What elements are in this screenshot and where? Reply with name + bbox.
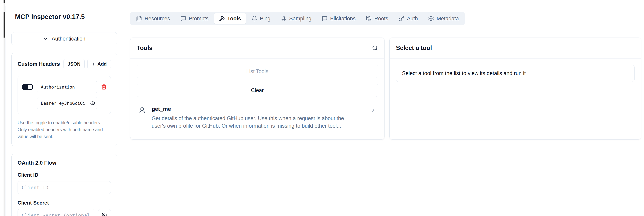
client-id-input[interactable] bbox=[18, 181, 111, 194]
chevron-right-icon bbox=[370, 107, 376, 114]
oauth-flow-title: OAuth 2.0 Flow bbox=[18, 160, 111, 166]
client-secret-input[interactable] bbox=[18, 209, 95, 216]
json-button-label: JSON bbox=[68, 61, 80, 67]
sidebar: MCP Inspector v0.17.5 Authentication Cus… bbox=[5, 6, 123, 216]
eye-off-icon bbox=[102, 213, 107, 216]
app-title: MCP Inspector v0.17.5 bbox=[15, 13, 85, 21]
tab-label: Ping bbox=[260, 16, 270, 22]
main-content: Resources Prompts Tools Ping Sampling El… bbox=[130, 0, 641, 216]
tab-label: Elicitations bbox=[330, 16, 356, 22]
tab-prompts[interactable]: Prompts bbox=[176, 13, 213, 24]
custom-headers-title: Custom Headers bbox=[18, 61, 60, 67]
delete-header-button[interactable] bbox=[101, 84, 107, 90]
message-square-icon bbox=[180, 16, 186, 22]
scrollbar-thumb[interactable] bbox=[4, 12, 5, 38]
client-id-label: Client ID bbox=[18, 172, 111, 178]
folder-tree-icon bbox=[366, 16, 372, 22]
search-tools-button[interactable] bbox=[372, 45, 378, 51]
headers-helper-text: Use the toggle to enable/disable headers… bbox=[18, 119, 110, 140]
tab-label: Auth bbox=[407, 16, 418, 22]
tool-detail-panel: Select a tool Select a tool from the lis… bbox=[390, 38, 641, 140]
tab-label: Tools bbox=[227, 16, 241, 22]
clear-button[interactable]: Clear bbox=[137, 84, 378, 97]
header-value-input[interactable] bbox=[37, 97, 97, 109]
detail-panel-title: Select a tool bbox=[396, 44, 432, 52]
eye-off-icon bbox=[90, 100, 95, 106]
header-name-input[interactable] bbox=[37, 81, 97, 93]
custom-headers-card: Custom Headers JSON Add bbox=[12, 53, 117, 146]
sidebar-body: Authentication Custom Headers JSON Add bbox=[6, 28, 123, 216]
json-button[interactable]: JSON bbox=[64, 59, 84, 69]
user-icon bbox=[138, 107, 146, 115]
client-secret-label: Client Secret bbox=[18, 200, 111, 206]
tab-sampling[interactable]: Sampling bbox=[276, 13, 316, 24]
tab-label: Metadata bbox=[436, 16, 459, 22]
panels: Tools List Tools Clear get_me Get bbox=[130, 38, 641, 140]
tab-metadata[interactable]: Metadata bbox=[423, 13, 464, 24]
plus-icon bbox=[92, 62, 96, 66]
tab-label: Prompts bbox=[189, 16, 208, 22]
chevron-down-icon bbox=[43, 36, 48, 41]
tab-label: Resources bbox=[144, 16, 170, 22]
search-icon bbox=[372, 45, 378, 51]
hammer-icon bbox=[219, 16, 225, 22]
empty-state-message: Select a tool from the list to view its … bbox=[396, 65, 634, 82]
mcp-inspector-app: MCP Inspector v0.17.5 Authentication Cus… bbox=[0, 0, 644, 216]
header-row bbox=[18, 76, 111, 114]
tab-bar: Resources Prompts Tools Ping Sampling El… bbox=[130, 12, 465, 25]
add-button-label: Add bbox=[98, 61, 107, 67]
message-square-icon bbox=[322, 16, 328, 22]
tab-resources[interactable]: Resources bbox=[131, 13, 175, 24]
tool-description: Get details of the authenticated GitHub … bbox=[152, 115, 355, 130]
gear-icon bbox=[428, 16, 434, 22]
window-scrollbar[interactable] bbox=[4, 0, 5, 216]
tool-name: get_me bbox=[152, 106, 364, 112]
tab-auth[interactable]: Auth bbox=[394, 13, 423, 24]
trash-icon bbox=[101, 84, 107, 90]
authentication-section-label: Authentication bbox=[52, 36, 86, 42]
tab-label: Sampling bbox=[289, 16, 312, 22]
bell-icon bbox=[252, 16, 257, 22]
list-tools-button[interactable]: List Tools bbox=[137, 65, 378, 78]
toggle-value-visibility-button[interactable] bbox=[90, 100, 95, 106]
sidebar-header: MCP Inspector v0.17.5 bbox=[6, 6, 123, 28]
hash-icon bbox=[281, 16, 287, 22]
tab-label: Roots bbox=[374, 16, 388, 22]
oauth-flow-card: OAuth 2.0 Flow Client ID Client Secret R… bbox=[12, 154, 117, 216]
tools-panel-title: Tools bbox=[137, 44, 152, 52]
tab-elicitations[interactable]: Elicitations bbox=[317, 13, 360, 24]
add-header-button[interactable]: Add bbox=[87, 59, 111, 69]
tool-list-item-get-me[interactable]: get_me Get details of the authenticated … bbox=[137, 106, 378, 130]
tab-ping[interactable]: Ping bbox=[247, 13, 275, 24]
scrollbar-cap bbox=[4, 1, 5, 3]
authentication-section-toggle[interactable]: Authentication bbox=[12, 32, 117, 45]
files-icon bbox=[136, 16, 142, 22]
toggle-knob bbox=[28, 85, 32, 89]
key-icon bbox=[398, 16, 404, 22]
tools-panel: Tools List Tools Clear get_me Get bbox=[130, 38, 384, 140]
tab-roots[interactable]: Roots bbox=[361, 13, 393, 24]
header-enabled-toggle[interactable] bbox=[22, 84, 33, 90]
toggle-secret-visibility-button[interactable] bbox=[98, 209, 111, 216]
tab-tools[interactable]: Tools bbox=[214, 13, 246, 24]
